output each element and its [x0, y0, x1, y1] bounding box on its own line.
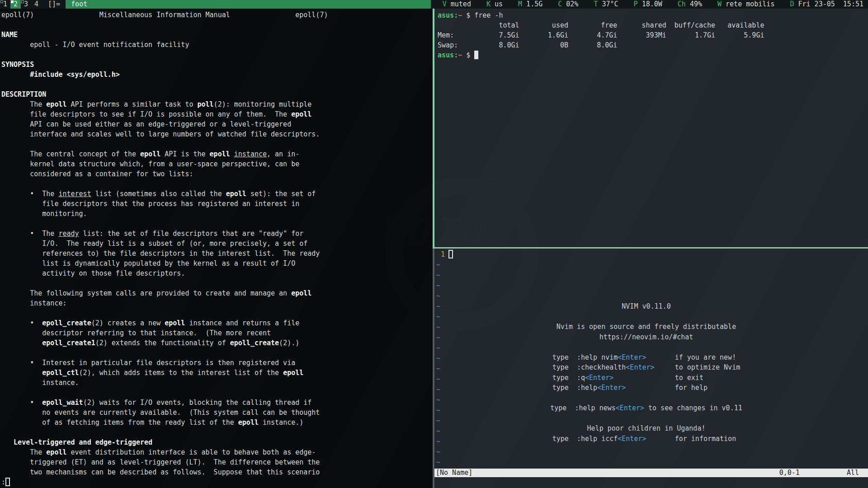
nvim-intro-line: https://neovim.io/#chat — [434, 332, 858, 343]
man-page-line — [1, 179, 433, 189]
nvim-buffer-name: [No Name] — [436, 469, 472, 477]
status-c: C 02% — [558, 0, 578, 9]
man-page-line: considered as a container for two lists: — [1, 169, 433, 179]
nvim-intro-line — [434, 413, 858, 424]
man-page-line: The following system calls are provided … — [1, 288, 433, 298]
man-page-line: SYNOPSIS — [1, 60, 433, 70]
status-key: V — [443, 0, 447, 8]
tag-label: 4 — [34, 0, 38, 8]
nvim-intro-line — [434, 393, 858, 404]
man-page-line: • The ready list: the set of file descri… — [1, 229, 433, 239]
pager-cursor — [5, 478, 10, 486]
man-page-line: references to) the file descriptors in t… — [1, 249, 433, 258]
man-page-line: The epoll event distribution interface i… — [1, 447, 433, 457]
man-page-line: epoll_create1(2) extends the functionali… — [1, 338, 433, 348]
workspace-tag-3[interactable]: 3 — [21, 0, 31, 9]
nvim-tilde: ~ — [436, 291, 440, 301]
man-page-line — [1, 20, 433, 30]
status-key: M — [518, 0, 522, 8]
man-page-line: epoll(7) Miscellaneous Information Manua… — [1, 10, 433, 20]
man-page-line: descriptor referring to that instance. (… — [1, 328, 433, 338]
focused-border-horizontal — [434, 247, 868, 249]
nvim-line-number: 1 — [441, 250, 445, 258]
man-page-line: kernel data structure which, from a user… — [1, 159, 433, 169]
tag-label: 2 — [14, 0, 18, 8]
nvim-intro-line: Help poor children in Uganda! — [434, 423, 858, 434]
nvim-intro-line: type :help<Enter> for help — [434, 383, 858, 393]
man-page-content: epoll(7) Miscellaneous Information Manua… — [1, 10, 433, 477]
nvim-tilde: ~ — [436, 447, 440, 457]
status-d: D Fri 23-05 15:51 — [790, 0, 863, 9]
status-m: M 1.5G — [518, 0, 542, 9]
pager-prompt: : — [1, 478, 5, 486]
status-key: T — [594, 0, 598, 8]
tag-client-indicator — [21, 0, 24, 3]
status-ch: Ch 49% — [678, 0, 702, 9]
nvim-tilde: ~ — [436, 457, 440, 468]
man-page-line: epoll - I/O event notification facility — [1, 40, 433, 50]
man-page-line — [1, 80, 433, 89]
neovim-pane[interactable]: 1 ~~~~~~~~~~~~~~~~~~~~ NVIM v0.11.0 Nvim… — [434, 249, 868, 488]
shell-line: total used free shared buff/cache availa… — [438, 20, 868, 30]
status-k: K us — [486, 0, 503, 9]
man-page-line: API can be used either as an edge-trigge… — [1, 119, 433, 129]
nvim-tilde: ~ — [436, 281, 440, 291]
nvim-intro-line: Nvim is open source and freely distribut… — [434, 322, 858, 332]
focused-window-title: foot — [66, 0, 431, 9]
man-page-line: instance: — [1, 298, 433, 308]
terminal-manpage-pane[interactable]: epoll(7) Miscellaneous Information Manua… — [0, 9, 433, 488]
man-page-line — [1, 388, 433, 398]
workspace-tag-1[interactable]: 1 — [0, 0, 10, 9]
man-page-line: instance. — [1, 378, 433, 388]
nvim-intro-line — [434, 342, 858, 352]
nvim-intro-line: type :help nvim<Enter> if you are new! — [434, 352, 858, 363]
man-page-line: triggered (ET) and as level-triggered (L… — [1, 457, 433, 467]
terminal-shell-pane[interactable]: asus:~ $ free -h total used free shared … — [434, 9, 868, 247]
man-page-line: The epoll API performs a similar task to… — [1, 99, 433, 109]
man-page-line: The central concept of the epoll API is … — [1, 149, 433, 159]
man-page-line — [1, 348, 433, 358]
workspace-tag-2[interactable]: 2 — [10, 0, 21, 9]
pager-prompt-line: : — [1, 477, 433, 487]
man-page-line: • Interest in particular file descriptor… — [1, 358, 433, 368]
cursor — [474, 51, 478, 59]
status-key: C — [558, 0, 562, 8]
man-page-line: interface and scales well to large numbe… — [1, 129, 433, 139]
man-page-line: no events are currently available. (This… — [1, 408, 433, 418]
man-page-line: file descriptors to see if I/O is possib… — [1, 109, 433, 119]
man-page-line: • epoll_wait(2) waits for I/O events, bl… — [1, 398, 433, 408]
status-w: W rete mobilis — [717, 0, 774, 9]
nvim-scroll-position: All — [847, 469, 859, 477]
status-key: K — [486, 0, 491, 8]
desktop: VOID 1234 []= foot V mutedK usM 1.5GC 02… — [0, 0, 868, 488]
nvim-intro-line: type :q<Enter> to exit — [434, 373, 858, 383]
shell-line: Swap: 8.0Gi 0B 8.0Gi — [438, 40, 868, 50]
man-page-line — [1, 427, 433, 437]
tag-client-indicator — [11, 0, 14, 3]
status-key: P — [634, 0, 638, 8]
tag-label: 3 — [24, 0, 28, 8]
nvim-buffer[interactable]: 1 ~~~~~~~~~~~~~~~~~~~~ NVIM v0.11.0 Nvim… — [434, 249, 868, 469]
man-page-line — [1, 139, 433, 149]
tag-client-indicator — [0, 0, 3, 3]
man-page-line: of as fetching items from the ready list… — [1, 418, 433, 427]
shell-line: asus:~ $ free -h — [438, 10, 868, 20]
shell-output: asus:~ $ free -h total used free shared … — [438, 10, 868, 60]
unfocused-border-vertical — [433, 249, 434, 488]
status-bar: 1234 []= foot V mutedK usM 1.5GC 02%T 37… — [0, 0, 868, 9]
man-page-line: file descriptors that the process has re… — [1, 199, 433, 209]
nvim-intro-message: NVIM v0.11.0 Nvim is open source and fre… — [434, 301, 858, 444]
man-page-line: Level-triggered and edge-triggered — [1, 437, 433, 447]
layout-symbol[interactable]: []= — [42, 0, 66, 9]
nvim-ruler: 0,0-1 — [779, 469, 800, 477]
man-page-line: • epoll_create(2) creates a new epoll in… — [1, 318, 433, 328]
man-page-line: DESCRIPTION — [1, 89, 433, 99]
nvim-statusline: [No Name] 0,0-1 All — [434, 469, 868, 477]
shell-line: Mem: 7.5Gi 1.6Gi 4.7Gi 393Mi 1.7Gi 5.9Gi — [438, 30, 868, 40]
nvim-intro-line: type :help news<Enter> to see changes in… — [434, 403, 858, 413]
man-page-line: monitoring. — [1, 209, 433, 219]
man-page-line: I/O. The ready list is a subset of (or, … — [1, 239, 433, 249]
workspace-tag-4[interactable]: 4 — [31, 0, 42, 9]
status-items: V mutedK usM 1.5GC 02%T 37°CP 18.0WCh 49… — [431, 0, 868, 9]
nvim-cmdline — [434, 477, 868, 488]
